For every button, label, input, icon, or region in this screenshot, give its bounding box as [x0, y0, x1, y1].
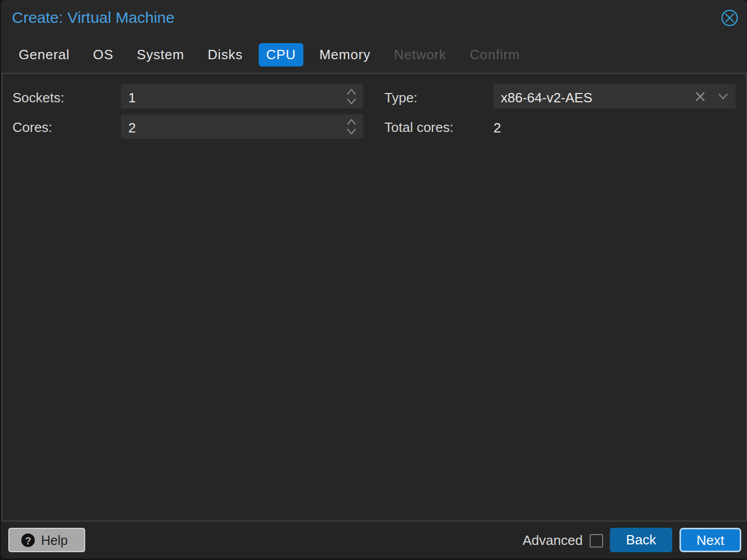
- svg-text:?: ?: [25, 535, 31, 546]
